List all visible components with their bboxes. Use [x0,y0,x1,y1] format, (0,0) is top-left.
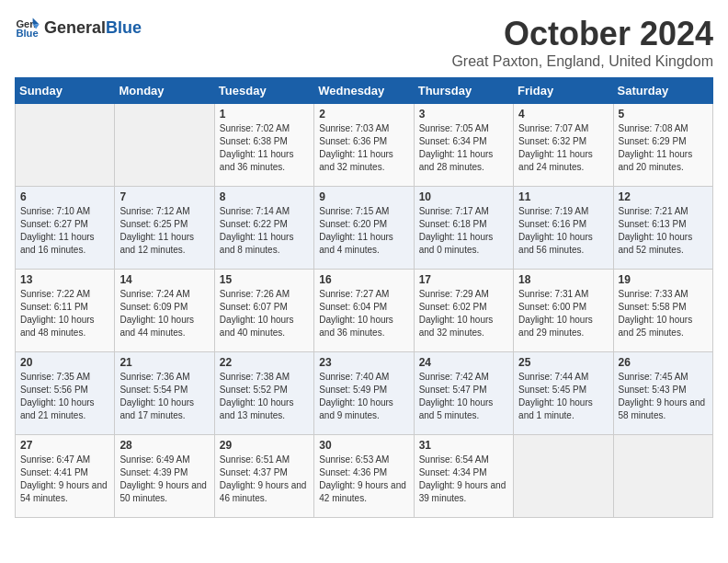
day-number: 26 [619,356,708,369]
calendar-cell: 17Sunrise: 7:29 AM Sunset: 6:02 PM Dayli… [414,270,513,352]
cell-info: Sunrise: 6:54 AM Sunset: 4:34 PM Dayligh… [419,454,508,505]
day-number: 23 [319,356,408,369]
calendar-cell: 19Sunrise: 7:33 AM Sunset: 5:58 PM Dayli… [613,270,712,352]
day-number: 6 [20,190,109,203]
day-number: 18 [518,273,608,286]
calendar-cell: 16Sunrise: 7:27 AM Sunset: 6:04 PM Dayli… [314,270,414,352]
cell-info: Sunrise: 7:12 AM Sunset: 6:25 PM Dayligh… [119,205,209,257]
cell-info: Sunrise: 7:10 AM Sunset: 6:27 PM Dayligh… [20,205,109,257]
day-number: 27 [20,439,109,452]
calendar-table: SundayMondayTuesdayWednesdayThursdayFrid… [15,77,713,518]
calendar-cell: 31Sunrise: 6:54 AM Sunset: 4:34 PM Dayli… [414,435,513,518]
cell-info: Sunrise: 7:31 AM Sunset: 6:00 PM Dayligh… [518,288,608,339]
cell-info: Sunrise: 7:35 AM Sunset: 5:56 PM Dayligh… [20,371,109,422]
day-number: 17 [419,273,508,286]
cell-info: Sunrise: 7:29 AM Sunset: 6:02 PM Dayligh… [419,288,508,339]
cell-info: Sunrise: 6:51 AM Sunset: 4:37 PM Dayligh… [220,454,309,505]
day-number: 7 [119,190,209,203]
calendar-cell: 27Sunrise: 6:47 AM Sunset: 4:41 PM Dayli… [16,435,115,518]
calendar-cell: 10Sunrise: 7:17 AM Sunset: 6:18 PM Dayli… [414,187,513,270]
logo-text-general: General [44,18,106,37]
day-number: 12 [619,190,708,203]
cell-info: Sunrise: 7:36 AM Sunset: 5:54 PM Dayligh… [119,371,209,422]
cell-info: Sunrise: 7:40 AM Sunset: 5:49 PM Dayligh… [319,371,408,422]
cell-info: Sunrise: 7:21 AM Sunset: 6:13 PM Dayligh… [619,205,708,257]
day-number: 11 [518,190,608,203]
cell-info: Sunrise: 7:08 AM Sunset: 6:29 PM Dayligh… [619,122,708,174]
day-number: 10 [419,190,508,203]
calendar-cell: 21Sunrise: 7:36 AM Sunset: 5:54 PM Dayli… [115,352,214,435]
calendar-cell: 20Sunrise: 7:35 AM Sunset: 5:56 PM Dayli… [16,352,115,435]
day-number: 4 [518,108,608,121]
day-number: 25 [518,356,608,369]
logo: Gen Blue GeneralBlue [15,15,142,40]
cell-info: Sunrise: 7:19 AM Sunset: 6:16 PM Dayligh… [518,205,608,257]
cell-info: Sunrise: 7:03 AM Sunset: 6:36 PM Dayligh… [319,122,408,174]
logo-icon: Gen Blue [15,15,40,40]
calendar-cell: 5Sunrise: 7:08 AM Sunset: 6:29 PM Daylig… [613,104,712,187]
day-number: 5 [619,108,708,121]
day-number: 2 [319,108,408,121]
calendar-cell: 24Sunrise: 7:42 AM Sunset: 5:47 PM Dayli… [414,352,513,435]
day-number: 15 [220,273,309,286]
calendar-cell: 18Sunrise: 7:31 AM Sunset: 6:00 PM Dayli… [514,270,613,352]
month-title: October 2024 [451,15,713,53]
svg-text:Blue: Blue [16,28,38,39]
cell-info: Sunrise: 7:17 AM Sunset: 6:18 PM Dayligh… [419,205,508,257]
calendar-cell: 3Sunrise: 7:05 AM Sunset: 6:34 PM Daylig… [414,104,513,187]
calendar-cell: 14Sunrise: 7:24 AM Sunset: 6:09 PM Dayli… [115,270,214,352]
calendar-week-row: 20Sunrise: 7:35 AM Sunset: 5:56 PM Dayli… [16,352,713,435]
calendar-cell: 23Sunrise: 7:40 AM Sunset: 5:49 PM Dayli… [314,352,414,435]
calendar-cell: 1Sunrise: 7:02 AM Sunset: 6:38 PM Daylig… [214,104,313,187]
day-header-friday: Friday [514,78,613,104]
day-number: 16 [319,273,408,286]
calendar-cell: 30Sunrise: 6:53 AM Sunset: 4:36 PM Dayli… [314,435,414,518]
calendar-cell [613,435,712,518]
calendar-cell [115,104,214,187]
cell-info: Sunrise: 7:38 AM Sunset: 5:52 PM Dayligh… [220,371,309,422]
day-number: 22 [220,356,309,369]
cell-info: Sunrise: 6:49 AM Sunset: 4:39 PM Dayligh… [119,454,209,505]
cell-info: Sunrise: 7:45 AM Sunset: 5:43 PM Dayligh… [619,371,708,422]
day-header-sunday: Sunday [16,78,115,104]
calendar-week-row: 27Sunrise: 6:47 AM Sunset: 4:41 PM Dayli… [16,435,713,518]
cell-info: Sunrise: 7:44 AM Sunset: 5:45 PM Dayligh… [518,371,608,422]
cell-info: Sunrise: 7:14 AM Sunset: 6:22 PM Dayligh… [220,205,309,257]
cell-info: Sunrise: 7:27 AM Sunset: 6:04 PM Dayligh… [319,288,408,339]
cell-info: Sunrise: 6:47 AM Sunset: 4:41 PM Dayligh… [20,454,109,505]
day-number: 31 [419,439,508,452]
calendar-cell: 6Sunrise: 7:10 AM Sunset: 6:27 PM Daylig… [16,187,115,270]
cell-info: Sunrise: 7:24 AM Sunset: 6:09 PM Dayligh… [119,288,209,339]
header: Gen Blue GeneralBlue October 2024 Great … [15,15,713,70]
day-number: 1 [220,108,309,121]
calendar-cell: 22Sunrise: 7:38 AM Sunset: 5:52 PM Dayli… [214,352,313,435]
cell-info: Sunrise: 7:33 AM Sunset: 5:58 PM Dayligh… [619,288,708,339]
day-number: 28 [119,439,209,452]
calendar-cell: 7Sunrise: 7:12 AM Sunset: 6:25 PM Daylig… [115,187,214,270]
calendar-week-row: 6Sunrise: 7:10 AM Sunset: 6:27 PM Daylig… [16,187,713,270]
day-header-saturday: Saturday [613,78,712,104]
calendar-week-row: 1Sunrise: 7:02 AM Sunset: 6:38 PM Daylig… [16,104,713,187]
day-number: 3 [419,108,508,121]
cell-info: Sunrise: 7:15 AM Sunset: 6:20 PM Dayligh… [319,205,408,257]
calendar-cell: 9Sunrise: 7:15 AM Sunset: 6:20 PM Daylig… [314,187,414,270]
day-number: 21 [119,356,209,369]
title-area: October 2024 Great Paxton, England, Unit… [451,15,713,70]
day-number: 13 [20,273,109,286]
day-number: 9 [319,190,408,203]
calendar-cell: 12Sunrise: 7:21 AM Sunset: 6:13 PM Dayli… [613,187,712,270]
day-number: 24 [419,356,508,369]
calendar-cell: 28Sunrise: 6:49 AM Sunset: 4:39 PM Dayli… [115,435,214,518]
calendar-cell: 8Sunrise: 7:14 AM Sunset: 6:22 PM Daylig… [214,187,313,270]
calendar-cell: 2Sunrise: 7:03 AM Sunset: 6:36 PM Daylig… [314,104,414,187]
calendar-cell: 25Sunrise: 7:44 AM Sunset: 5:45 PM Dayli… [514,352,613,435]
cell-info: Sunrise: 7:42 AM Sunset: 5:47 PM Dayligh… [419,371,508,422]
day-number: 29 [220,439,309,452]
calendar-cell: 13Sunrise: 7:22 AM Sunset: 6:11 PM Dayli… [16,270,115,352]
cell-info: Sunrise: 7:05 AM Sunset: 6:34 PM Dayligh… [419,122,508,174]
day-header-monday: Monday [115,78,214,104]
day-header-wednesday: Wednesday [314,78,414,104]
day-number: 8 [220,190,309,203]
calendar-cell: 26Sunrise: 7:45 AM Sunset: 5:43 PM Dayli… [613,352,712,435]
calendar-cell: 15Sunrise: 7:26 AM Sunset: 6:07 PM Dayli… [214,270,313,352]
